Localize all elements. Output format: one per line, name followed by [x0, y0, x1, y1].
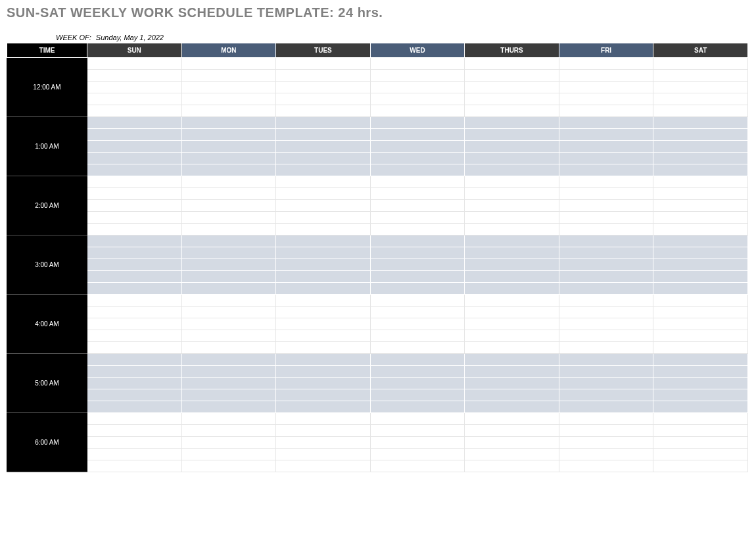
schedule-cell[interactable]: [653, 176, 748, 188]
schedule-cell[interactable]: [465, 366, 559, 378]
schedule-cell[interactable]: [276, 307, 371, 318]
schedule-cell[interactable]: [276, 271, 371, 283]
schedule-cell[interactable]: [465, 389, 559, 401]
schedule-cell[interactable]: [181, 224, 276, 235]
schedule-cell[interactable]: [559, 271, 653, 283]
schedule-cell[interactable]: [276, 295, 371, 307]
schedule-cell[interactable]: [559, 366, 653, 378]
schedule-cell[interactable]: [181, 425, 276, 437]
schedule-cell[interactable]: [653, 200, 748, 212]
schedule-cell[interactable]: [87, 105, 182, 117]
schedule-cell[interactable]: [465, 82, 559, 93]
schedule-cell[interactable]: [181, 105, 276, 117]
schedule-cell[interactable]: [181, 413, 276, 425]
schedule-cell[interactable]: [559, 93, 653, 105]
schedule-cell[interactable]: [87, 224, 182, 235]
schedule-cell[interactable]: [181, 401, 276, 413]
schedule-cell[interactable]: [276, 342, 371, 354]
schedule-cell[interactable]: [370, 437, 465, 449]
schedule-cell[interactable]: [559, 413, 653, 425]
schedule-cell[interactable]: [465, 307, 559, 318]
schedule-cell[interactable]: [653, 295, 748, 307]
schedule-cell[interactable]: [465, 224, 559, 235]
schedule-cell[interactable]: [276, 318, 371, 330]
schedule-cell[interactable]: [87, 437, 182, 449]
schedule-cell[interactable]: [370, 378, 465, 389]
schedule-cell[interactable]: [276, 153, 371, 164]
schedule-cell[interactable]: [370, 449, 465, 460]
schedule-cell[interactable]: [465, 212, 559, 224]
schedule-cell[interactable]: [370, 318, 465, 330]
schedule-cell[interactable]: [87, 82, 182, 93]
schedule-cell[interactable]: [276, 82, 371, 93]
schedule-cell[interactable]: [465, 460, 559, 472]
schedule-cell[interactable]: [559, 283, 653, 295]
schedule-cell[interactable]: [653, 401, 748, 413]
schedule-cell[interactable]: [276, 259, 371, 271]
schedule-cell[interactable]: [653, 271, 748, 283]
schedule-cell[interactable]: [87, 271, 182, 283]
schedule-cell[interactable]: [370, 105, 465, 117]
schedule-cell[interactable]: [559, 117, 653, 129]
schedule-cell[interactable]: [653, 164, 748, 176]
schedule-cell[interactable]: [276, 129, 371, 141]
schedule-cell[interactable]: [653, 235, 748, 247]
schedule-cell[interactable]: [181, 82, 276, 93]
schedule-cell[interactable]: [465, 283, 559, 295]
schedule-cell[interactable]: [181, 437, 276, 449]
schedule-cell[interactable]: [559, 389, 653, 401]
schedule-cell[interactable]: [559, 259, 653, 271]
schedule-cell[interactable]: [465, 129, 559, 141]
schedule-cell[interactable]: [370, 164, 465, 176]
schedule-cell[interactable]: [559, 378, 653, 389]
schedule-cell[interactable]: [465, 295, 559, 307]
schedule-cell[interactable]: [87, 307, 182, 318]
schedule-cell[interactable]: [181, 259, 276, 271]
schedule-cell[interactable]: [465, 378, 559, 389]
schedule-cell[interactable]: [465, 437, 559, 449]
schedule-cell[interactable]: [276, 70, 371, 82]
schedule-cell[interactable]: [653, 247, 748, 259]
schedule-cell[interactable]: [465, 247, 559, 259]
schedule-cell[interactable]: [653, 105, 748, 117]
schedule-cell[interactable]: [653, 413, 748, 425]
schedule-cell[interactable]: [653, 82, 748, 93]
schedule-cell[interactable]: [276, 247, 371, 259]
schedule-cell[interactable]: [181, 70, 276, 82]
schedule-cell[interactable]: [465, 449, 559, 460]
schedule-cell[interactable]: [653, 460, 748, 472]
schedule-cell[interactable]: [276, 176, 371, 188]
schedule-cell[interactable]: [465, 259, 559, 271]
schedule-cell[interactable]: [87, 425, 182, 437]
schedule-cell[interactable]: [653, 378, 748, 389]
schedule-cell[interactable]: [465, 354, 559, 366]
schedule-cell[interactable]: [87, 318, 182, 330]
schedule-cell[interactable]: [370, 70, 465, 82]
schedule-cell[interactable]: [87, 401, 182, 413]
schedule-cell[interactable]: [653, 153, 748, 164]
schedule-cell[interactable]: [181, 164, 276, 176]
schedule-cell[interactable]: [276, 224, 371, 235]
schedule-cell[interactable]: [653, 389, 748, 401]
schedule-cell[interactable]: [181, 188, 276, 200]
schedule-cell[interactable]: [276, 105, 371, 117]
schedule-cell[interactable]: [181, 342, 276, 354]
schedule-cell[interactable]: [276, 366, 371, 378]
schedule-cell[interactable]: [559, 224, 653, 235]
schedule-cell[interactable]: [370, 425, 465, 437]
schedule-cell[interactable]: [465, 164, 559, 176]
schedule-cell[interactable]: [465, 318, 559, 330]
schedule-cell[interactable]: [181, 378, 276, 389]
schedule-cell[interactable]: [559, 460, 653, 472]
schedule-cell[interactable]: [465, 413, 559, 425]
schedule-cell[interactable]: [653, 307, 748, 318]
schedule-cell[interactable]: [559, 247, 653, 259]
schedule-cell[interactable]: [559, 295, 653, 307]
schedule-cell[interactable]: [370, 389, 465, 401]
schedule-cell[interactable]: [276, 425, 371, 437]
schedule-cell[interactable]: [181, 129, 276, 141]
schedule-cell[interactable]: [370, 176, 465, 188]
schedule-cell[interactable]: [87, 164, 182, 176]
schedule-cell[interactable]: [559, 58, 653, 70]
schedule-cell[interactable]: [370, 247, 465, 259]
